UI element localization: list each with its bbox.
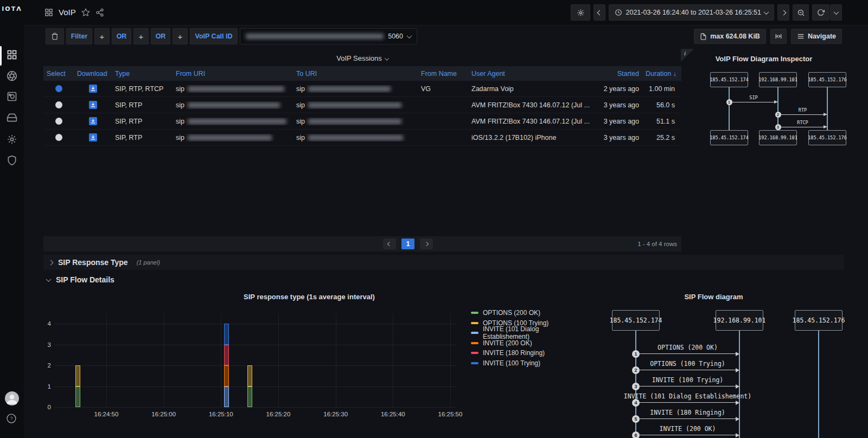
column-header-started[interactable]: Started	[598, 70, 642, 78]
panel-info-corner[interactable]	[681, 49, 694, 62]
section-sip-flow-details[interactable]: SIP Flow Details	[43, 273, 844, 286]
or-operator-button[interactable]: OR	[112, 28, 131, 44]
prev-page-button[interactable]	[383, 239, 396, 249]
chart-title[interactable]: SIP response type (1s average interval)	[43, 293, 575, 301]
type-cell: SIP, RTP, RTCP	[112, 85, 173, 93]
add-filter-button[interactable]: +	[133, 28, 149, 44]
legend-swatch	[471, 322, 478, 324]
y-axis-tick-label: 4	[43, 320, 51, 327]
share-icon[interactable]	[95, 8, 104, 17]
voip-call-id-label[interactable]: VoIP Call ID	[190, 28, 238, 44]
row-select-radio[interactable]	[55, 85, 62, 92]
row-select-radio[interactable]	[55, 134, 62, 141]
arrowhead-icon	[736, 368, 739, 372]
lifeline	[729, 87, 730, 130]
time-range-back-button[interactable]	[593, 4, 605, 21]
panel-title[interactable]: SIP Flow diagram	[583, 293, 844, 301]
arrowhead-icon	[824, 113, 827, 116]
table-row[interactable]: SIP, RTPsipsipAVM FRITZ!Box 7430 146.07.…	[43, 97, 681, 113]
legend-item[interactable]: OPTIONS (200 OK)	[471, 308, 575, 318]
legend-item[interactable]: INVITE (101 Dialog Establishement)	[471, 328, 575, 338]
call-id-input[interactable]: 5060	[240, 28, 417, 44]
gridline	[221, 313, 221, 407]
column-header-user-agent[interactable]: User Agent	[468, 70, 598, 78]
add-filter-button[interactable]: +	[94, 28, 110, 44]
legend-label: INVITE (200 OK)	[483, 339, 532, 347]
uri-prefix: sip	[296, 134, 305, 141]
refresh-button[interactable]	[812, 4, 829, 21]
message-label: OPTIONS (200 OK)	[658, 344, 718, 351]
y-axis-tick-label: 0	[43, 404, 51, 410]
download-icon[interactable]	[89, 133, 97, 141]
dashboards-icon[interactable]	[7, 49, 17, 60]
x-axis-tick-label: 16:25:10	[199, 411, 242, 417]
arrowhead-icon	[736, 352, 739, 356]
voip-dashboard: IOTΛ ? VoIP	[0, 0, 868, 438]
started-cell: 3 years ago	[598, 101, 642, 109]
download-icon[interactable]	[89, 85, 97, 93]
column-header-download[interactable]: Download	[74, 70, 112, 78]
column-header-type[interactable]: Type	[112, 70, 173, 78]
legend-item[interactable]: INVITE (100 Trying)	[471, 358, 575, 369]
navigate-button[interactable]: Navigate	[791, 29, 842, 44]
legend-swatch	[471, 352, 478, 354]
settings-gear-icon[interactable]	[7, 134, 17, 145]
node-box: 185.45.152.174	[710, 130, 748, 145]
max-download-size-button[interactable]: max 624.08 KiB	[694, 29, 766, 44]
download-icon[interactable]	[89, 101, 97, 109]
section-sip-response-type[interactable]: SIP Response Type (1 panel)	[43, 255, 844, 270]
shield-icon[interactable]	[7, 155, 17, 166]
type-cell: SIP, RTP	[112, 101, 173, 109]
bar-segment	[247, 365, 252, 387]
row-select-radio[interactable]	[55, 118, 62, 125]
favorite-star-icon[interactable]	[81, 8, 90, 17]
chart-legend: OPTIONS (200 OK)OPTIONS (100 Trying)INVI…	[471, 308, 575, 368]
table-row[interactable]: SIP, RTPsipsipAVM FRITZ!Box 7430 146.07.…	[43, 113, 681, 130]
table-row[interactable]: SIP, RTPsipsipiOS/13.2.2 (17B102) iPhone…	[43, 130, 681, 146]
gridline	[54, 387, 457, 387]
next-page-button[interactable]	[420, 239, 433, 249]
bar-segment	[75, 387, 80, 408]
camera-panel-icon[interactable]	[7, 91, 17, 102]
row-select-radio[interactable]	[55, 101, 62, 108]
started-cell: 3 years ago	[598, 134, 642, 141]
message-arrow	[636, 435, 737, 435]
filter-button[interactable]: Filter	[66, 28, 92, 44]
column-header-to-uri[interactable]: To URI	[293, 70, 418, 78]
redacted-to-uri	[308, 119, 401, 124]
time-range-picker[interactable]: 2021-03-26 16:24:40 to 2021-03-26 16:25:…	[609, 4, 774, 21]
column-header-select[interactable]: Select	[43, 70, 74, 78]
table-row[interactable]: SIP, RTP, RTCPsipsipVGZadarma Voip2 year…	[43, 81, 681, 97]
aperture-icon[interactable]	[7, 70, 17, 81]
bar-segment	[75, 365, 80, 387]
refresh-interval-dropdown[interactable]	[830, 4, 842, 21]
help-icon[interactable]: ?	[6, 413, 17, 424]
gridline	[450, 313, 451, 407]
section-panel-count: (1 panel)	[137, 259, 160, 266]
column-header-duration[interactable]: Duration ↓	[642, 70, 681, 78]
column-header-from-name[interactable]: From Name	[418, 70, 468, 78]
user-avatar[interactable]	[5, 391, 19, 405]
duration-cell: 56.0 s	[642, 101, 681, 109]
gridline	[164, 313, 164, 407]
dashboard-settings-button[interactable]	[571, 4, 590, 21]
gridline	[54, 345, 457, 345]
time-range-forward-button[interactable]	[777, 4, 789, 21]
add-filter-button[interactable]: +	[173, 28, 188, 44]
y-axis-tick-label: 2	[43, 362, 51, 369]
panel-title[interactable]: VoIP Flow Diagram Inspector	[681, 55, 847, 63]
download-icon[interactable]	[89, 117, 97, 125]
to-uri-cell: sip	[293, 134, 418, 141]
to-uri-cell: sip	[293, 85, 418, 93]
panel-title[interactable]: VoIP Sessions	[43, 54, 681, 62]
storage-icon[interactable]	[7, 112, 17, 123]
zoom-out-button[interactable]	[793, 4, 809, 21]
current-page-button[interactable]: 1	[401, 239, 414, 249]
message-number-badge: 3	[775, 124, 781, 130]
legend-item[interactable]: INVITE (180 Ringing)	[471, 348, 575, 358]
dashboard-grid-icon[interactable]	[44, 8, 53, 17]
column-header-from-uri[interactable]: From URI	[173, 70, 293, 78]
or-operator-button[interactable]: OR	[151, 28, 170, 44]
fit-to-window-button[interactable]	[770, 29, 787, 44]
delete-filter-button[interactable]	[46, 28, 64, 44]
